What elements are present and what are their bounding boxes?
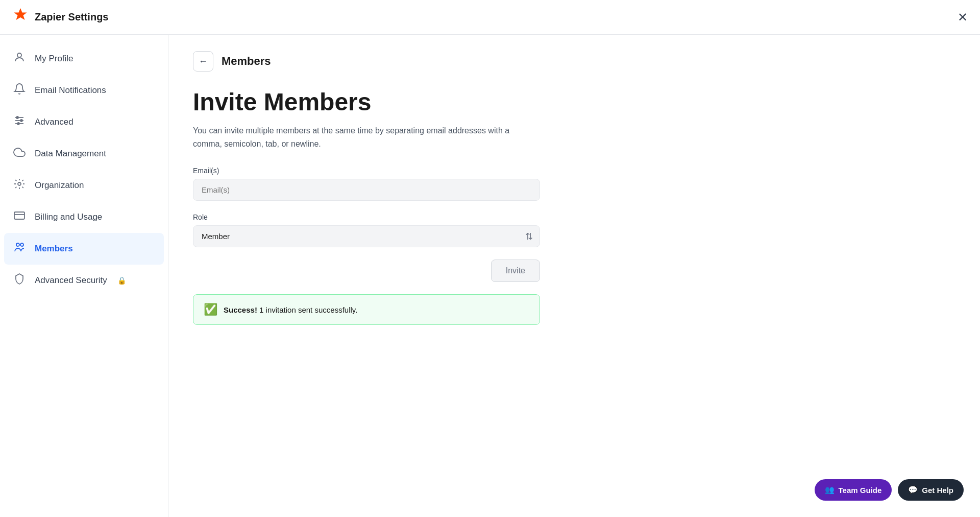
email-form-group: Email(s) bbox=[193, 167, 955, 201]
sidebar-label-advanced-security: Advanced Security bbox=[35, 275, 107, 286]
get-help-label: Get Help bbox=[922, 486, 953, 495]
team-guide-label: Team Guide bbox=[839, 486, 882, 495]
sidebar-item-members[interactable]: Members bbox=[4, 233, 164, 265]
sidebar-label-email-notifications: Email Notifications bbox=[35, 85, 106, 96]
page-header: ← Members bbox=[193, 51, 955, 72]
sidebar-item-data-management[interactable]: Data Management bbox=[0, 138, 168, 170]
sidebar-label-advanced: Advanced bbox=[35, 117, 74, 127]
sidebar-label-members: Members bbox=[35, 244, 73, 254]
sidebar-item-my-profile[interactable]: My Profile bbox=[0, 43, 168, 75]
success-bold: Success! bbox=[224, 306, 257, 314]
invite-button[interactable]: Invite bbox=[491, 260, 540, 282]
app-header: Zapier Settings ✕ bbox=[0, 0, 980, 35]
bottom-buttons: 👥 Team Guide 💬 Get Help bbox=[815, 479, 964, 501]
sidebar-label-my-profile: My Profile bbox=[35, 54, 74, 64]
svg-point-7 bbox=[18, 182, 21, 185]
role-select-wrapper: Member Admin Viewer ⇅ bbox=[193, 225, 540, 247]
team-guide-button[interactable]: 👥 Team Guide bbox=[815, 479, 892, 501]
sidebar-item-billing-and-usage[interactable]: Billing and Usage bbox=[0, 201, 168, 233]
sidebar-item-advanced[interactable]: Advanced bbox=[0, 106, 168, 138]
sidebar: My Profile Email Notifications Advanced bbox=[0, 35, 168, 517]
role-label: Role bbox=[193, 213, 955, 221]
sidebar-label-data-management: Data Management bbox=[35, 149, 106, 159]
app-title: Zapier Settings bbox=[35, 11, 108, 23]
svg-point-10 bbox=[16, 243, 19, 246]
billing-icon bbox=[12, 209, 27, 225]
success-message: Success! 1 invitation sent successfully. bbox=[224, 306, 357, 314]
email-label: Email(s) bbox=[193, 167, 955, 175]
main-layout: My Profile Email Notifications Advanced bbox=[0, 35, 980, 517]
svg-point-4 bbox=[16, 116, 18, 119]
page-title: Invite Members bbox=[193, 88, 955, 116]
success-detail: 1 invitation sent successfully. bbox=[257, 306, 357, 314]
role-form-group: Role Member Admin Viewer ⇅ bbox=[193, 213, 955, 247]
shield-icon bbox=[12, 273, 27, 288]
team-guide-icon: 👥 bbox=[825, 485, 835, 495]
svg-point-5 bbox=[20, 120, 22, 122]
success-check-icon: ✅ bbox=[204, 303, 217, 316]
svg-rect-8 bbox=[14, 212, 24, 219]
email-input[interactable] bbox=[193, 179, 540, 201]
sidebar-item-email-notifications[interactable]: Email Notifications bbox=[0, 75, 168, 106]
profile-icon bbox=[12, 51, 27, 66]
lock-badge-icon: 🔒 bbox=[117, 276, 126, 285]
organization-icon bbox=[12, 178, 27, 193]
bell-icon bbox=[12, 83, 27, 98]
main-content: ← Members Invite Members You can invite … bbox=[168, 35, 980, 517]
invite-button-row: Invite bbox=[193, 260, 540, 282]
sidebar-item-organization[interactable]: Organization bbox=[0, 170, 168, 201]
back-arrow-icon: ← bbox=[199, 56, 208, 67]
back-button[interactable]: ← bbox=[193, 51, 213, 72]
sidebar-label-billing: Billing and Usage bbox=[35, 212, 102, 222]
cloud-icon bbox=[12, 146, 27, 161]
svg-point-6 bbox=[17, 123, 19, 125]
zapier-logo-icon bbox=[12, 7, 29, 27]
breadcrumb: Members bbox=[222, 55, 271, 68]
page-description: You can invite multiple members at the s… bbox=[193, 124, 540, 150]
advanced-icon bbox=[12, 114, 27, 130]
members-icon bbox=[12, 241, 27, 256]
svg-point-11 bbox=[20, 243, 23, 246]
sidebar-item-advanced-security[interactable]: Advanced Security 🔒 bbox=[0, 265, 168, 296]
success-banner: ✅ Success! 1 invitation sent successfull… bbox=[193, 294, 540, 325]
sidebar-label-organization: Organization bbox=[35, 180, 84, 191]
role-select[interactable]: Member Admin Viewer bbox=[193, 225, 540, 247]
header-left: Zapier Settings bbox=[12, 7, 108, 27]
close-button[interactable]: ✕ bbox=[958, 10, 968, 25]
svg-point-0 bbox=[17, 53, 21, 57]
get-help-button[interactable]: 💬 Get Help bbox=[898, 479, 964, 501]
chat-icon: 💬 bbox=[908, 485, 918, 495]
